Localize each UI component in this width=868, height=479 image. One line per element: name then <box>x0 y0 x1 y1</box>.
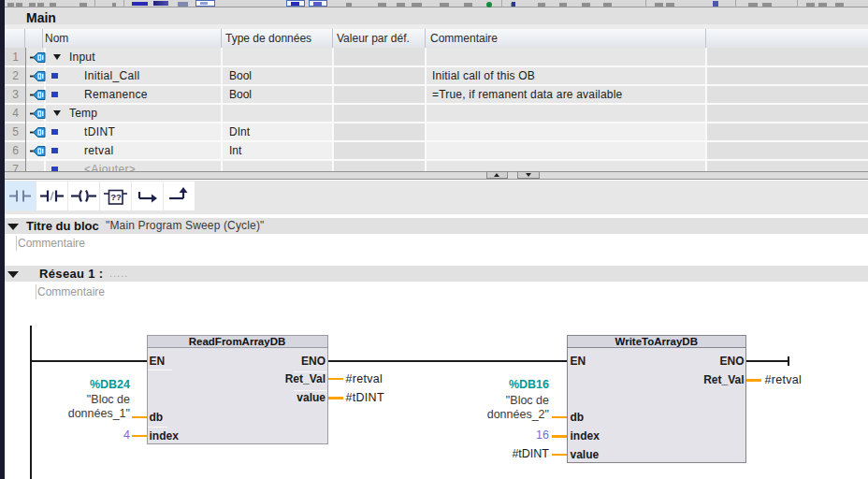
svg-text:??: ?? <box>110 191 122 201</box>
